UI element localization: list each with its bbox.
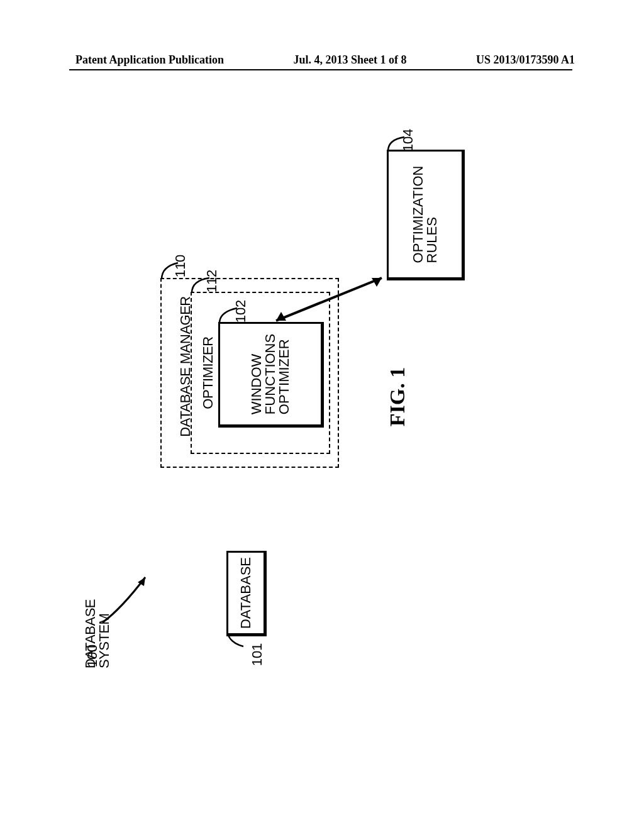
header-right: US 2013/0173590 A1 [476,53,575,67]
ref-112: 112 [204,270,220,293]
optimizer-label: OPTIMIZER [201,336,215,409]
optimization-rules-box: OPTIMIZATIONRULES [387,150,465,280]
diagram-figure-1: DATABASESYSTEM 100 DATABASE 101 DATABASE… [79,138,550,704]
ref-101: 101 [249,643,265,667]
window-functions-optimizer-box: WINDOWFUNCTIONSOPTIMIZER [218,322,324,428]
header-divider [69,69,572,70]
header-center: Jul. 4, 2013 Sheet 1 of 8 [294,53,407,67]
figure-label: FIG. 1 [386,367,409,426]
system-arrow-icon [96,571,159,628]
database-label: DATABASE [238,557,254,629]
page-header: Patent Application Publication Jul. 4, 2… [0,53,644,67]
double-arrow-icon [267,274,391,324]
ref-104: 104 [400,129,416,152]
ref-100: 100 [84,645,101,668]
header-left: Patent Application Publication [75,53,224,67]
ref-102: 102 [233,300,249,323]
svg-line-1 [276,278,382,321]
database-box: DATABASE [226,551,267,636]
